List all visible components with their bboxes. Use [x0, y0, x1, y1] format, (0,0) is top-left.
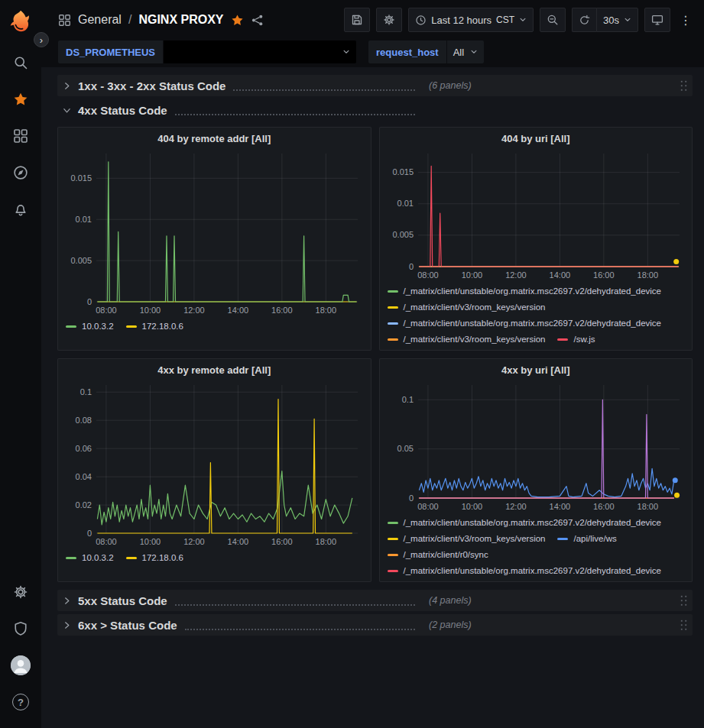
svg-text:10:00: 10:00	[140, 306, 161, 315]
svg-text:0.015: 0.015	[70, 173, 92, 183]
svg-text:0.1: 0.1	[401, 395, 413, 404]
panel-title[interactable]: 4xx by uri [All]	[386, 359, 686, 379]
share-icon[interactable]	[251, 14, 264, 27]
legend-item[interactable]: /_matrix/client/unstable/org.matrix.msc2…	[388, 515, 662, 531]
chart-404-by-uri[interactable]: 00.0050.010.01508:0010:0012:0014:0016:00…	[386, 147, 687, 282]
gear-icon	[13, 584, 28, 600]
panel-title[interactable]: 404 by uri [All]	[386, 128, 686, 147]
legend-swatch	[388, 338, 398, 341]
svg-text:10:00: 10:00	[461, 502, 482, 511]
legend-label: /_matrix/client/v3/room_keys/version	[404, 299, 546, 315]
row-dotted-leader	[233, 81, 415, 91]
panel-legend: /_matrix/client/unstable/org.matrix.msc2…	[386, 513, 686, 579]
row-panel-count: (6 panels)	[429, 80, 472, 91]
svg-text:0.01: 0.01	[397, 199, 413, 208]
row-drag-handle[interactable]	[680, 594, 688, 607]
gear-icon	[383, 14, 395, 26]
breadcrumb-folder[interactable]: General	[78, 13, 122, 27]
svg-text:0: 0	[408, 493, 413, 503]
svg-text:18:00: 18:00	[316, 306, 337, 315]
legend-label: /_matrix/client/v3/room_keys/version	[404, 332, 546, 348]
row-header-6xx[interactable]: 6xx > Status Code (2 panels)	[57, 614, 693, 636]
sidebar-expand-button[interactable]: ›	[34, 32, 49, 47]
row-panel-count: (4 panels)	[429, 595, 472, 606]
svg-text:14:00: 14:00	[228, 537, 249, 546]
kebab-menu-button[interactable]: ⋮	[676, 8, 695, 32]
time-range-label: Last 12 hours	[431, 15, 492, 26]
datasource-variable-select[interactable]	[164, 40, 356, 63]
chart-404-by-remote-addr[interactable]: 00.0050.010.01508:0010:0012:0014:0016:00…	[64, 147, 365, 317]
legend-item[interactable]: 10.0.3.2	[66, 550, 114, 566]
request-host-variable-select[interactable]: All	[447, 40, 484, 63]
user-avatar	[11, 655, 31, 675]
svg-text:08:00: 08:00	[96, 306, 117, 315]
favorite-star-icon[interactable]	[231, 14, 244, 27]
legend-item[interactable]: /_matrix/client/r0/sync	[388, 547, 488, 563]
legend-item[interactable]: /_matrix/client/unstable/org.matrix.msc2…	[388, 283, 662, 299]
monitor-icon	[651, 14, 663, 26]
svg-text:14:00: 14:00	[549, 502, 570, 511]
legend-label: 10.0.3.2	[82, 550, 114, 566]
sidebar-item-help[interactable]: ?	[4, 685, 37, 719]
row-drag-handle[interactable]	[680, 619, 688, 632]
svg-text:0.02: 0.02	[76, 500, 92, 510]
panel-404-by-uri: 404 by uri [All] 00.0050.010.01508:0010:…	[379, 127, 693, 351]
legend-item[interactable]: /_matrix/client/v3/room_keys/version	[388, 332, 546, 348]
legend-item[interactable]: 172.18.0.6	[126, 550, 183, 566]
sidebar-item-server-admin[interactable]	[4, 612, 37, 645]
legend-label: /_matrix/client/unstable/org.matrix.msc2…	[404, 515, 662, 531]
time-range-picker[interactable]: Last 12 hours CST	[408, 8, 534, 32]
sidebar-item-profile[interactable]	[4, 649, 37, 682]
panel-title[interactable]: 404 by remote addr [All]	[64, 128, 365, 147]
refresh-button[interactable]	[572, 8, 596, 32]
sidebar-item-search[interactable]	[4, 46, 37, 79]
row-header-5xx[interactable]: 5xx Status Code (4 panels)	[57, 590, 693, 611]
row-header-4xx[interactable]: 4xx Status Code	[57, 99, 693, 121]
legend-item[interactable]: 10.0.3.2	[66, 319, 114, 335]
page-title[interactable]: NGINX PROXY	[138, 13, 223, 27]
sidebar-item-explore[interactable]	[4, 156, 37, 189]
svg-text:0.005: 0.005	[392, 230, 414, 239]
sidebar-item-starred[interactable]	[4, 83, 37, 116]
chart-4xx-by-uri[interactable]: 00.050.108:0010:0012:0014:0016:0018:00	[386, 379, 687, 513]
chart-area: 00.020.040.060.080.108:0010:0012:0014:00…	[64, 379, 365, 548]
panel-title[interactable]: 4xx by remote addr [All]	[64, 359, 365, 379]
chart-4xx-by-remote-addr[interactable]: 00.020.040.060.080.108:0010:0012:0014:00…	[64, 379, 365, 548]
svg-text:10:00: 10:00	[140, 537, 161, 546]
row-drag-handle[interactable]	[680, 79, 688, 92]
legend-label: /sw.js	[573, 332, 595, 348]
chart-area: 00.0050.010.01508:0010:0012:0014:0016:00…	[386, 147, 686, 282]
sidebar-item-dashboards[interactable]	[4, 119, 37, 153]
legend-item[interactable]: /api/live/ws	[557, 531, 616, 547]
tv-mode-button[interactable]	[644, 8, 670, 32]
svg-text:12:00: 12:00	[183, 537, 205, 546]
datasource-variable-label: DS_PROMETHEUS	[58, 40, 163, 63]
sidebar-item-configuration[interactable]	[4, 575, 37, 609]
dashboard-settings-button[interactable]	[376, 8, 402, 32]
legend-item[interactable]: /_matrix/client/unstable/org.matrix.msc2…	[388, 315, 662, 332]
row-panel-count: (2 panels)	[429, 620, 472, 630]
svg-text:0: 0	[408, 262, 413, 271]
legend-item[interactable]: /sw.js	[557, 332, 595, 348]
legend-item[interactable]: /_matrix/client/v3/room_keys/version	[388, 531, 546, 547]
legend-swatch	[388, 554, 398, 556]
row-header-1xx-3xx-2xx[interactable]: 1xx - 3xx - 2xx Status Code (6 panels)	[57, 75, 693, 96]
sidebar-item-alerting[interactable]	[4, 193, 37, 226]
legend-label: 172.18.0.6	[142, 319, 183, 335]
legend-item[interactable]: /_matrix/client/unstable/org.matrix.msc2…	[388, 563, 662, 579]
svg-text:0.01: 0.01	[76, 215, 92, 224]
chevron-right-icon	[62, 596, 72, 606]
legend-item[interactable]: 172.18.0.6	[126, 319, 183, 335]
refresh-icon	[579, 15, 590, 26]
row-lead: 1xx - 3xx - 2xx Status Code	[62, 79, 420, 92]
refresh-interval-label: 30s	[603, 15, 619, 26]
zoom-out-time-button[interactable]	[540, 8, 566, 32]
legend-item[interactable]: /_matrix/client/v3/room_keys/version	[388, 299, 546, 315]
row-title: 5xx Status Code	[78, 594, 167, 607]
refresh-interval-dropdown[interactable]: 30s	[596, 8, 638, 32]
panel-4xx-by-uri: 4xx by uri [All] 00.050.108:0010:0012:00…	[379, 358, 693, 582]
timezone-label: CST	[496, 15, 514, 25]
save-dashboard-button[interactable]	[344, 8, 370, 32]
row-dotted-leader	[175, 596, 415, 606]
grafana-logo[interactable]	[5, 6, 36, 37]
